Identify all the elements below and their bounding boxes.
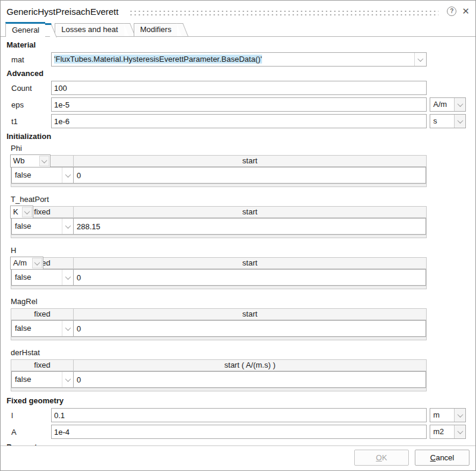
l-label: l	[7, 411, 51, 420]
tab-modifiers[interactable]: Modifiers	[134, 23, 178, 36]
derhstat-table-header: fixed start ( A/(m.s) )	[11, 360, 426, 371]
material-heading: Material	[7, 40, 469, 50]
phi-fixed-combobox[interactable]: false	[11, 167, 74, 184]
tab-losses-and-heat[interactable]: Losses and heat	[55, 23, 124, 36]
phi-group-label: Phi	[11, 144, 469, 153]
phi-unit-dropdown-arrow-icon[interactable]	[39, 156, 49, 166]
fixed-geometry-heading: Fixed geometry	[7, 396, 469, 406]
magrel-fixed-dropdown-arrow-icon[interactable]	[62, 321, 73, 336]
phi-init-table: fixed start Wb false	[11, 155, 427, 187]
phi-unit-value: Wb	[11, 155, 39, 167]
mat-combobox[interactable]: 'FluxTubes.Material.HysteresisEverettPar…	[51, 52, 427, 67]
derhstat-horizontal-scrollbar[interactable]	[11, 388, 426, 391]
eps-unit-value: A/m	[430, 98, 454, 111]
general-tab-content: Material mat 'FluxTubes.Material.Hystere…	[1, 37, 475, 445]
magrel-table-row: false	[11, 320, 426, 337]
h-fixed-combobox[interactable]: false	[11, 269, 74, 286]
phi-table-header: fixed start Wb	[11, 156, 426, 167]
t1-label: t1	[7, 117, 51, 126]
t1-unit-combobox[interactable]: s	[430, 114, 466, 128]
theatport-table-row: false	[11, 218, 426, 235]
eps-unit-dropdown-arrow-icon[interactable]	[454, 98, 465, 111]
theatport-fixed-combobox[interactable]: false	[11, 218, 74, 235]
l-input[interactable]	[51, 408, 427, 422]
h-start-input[interactable]	[74, 269, 426, 286]
tab-general-label: General	[12, 26, 39, 34]
h-init-table: fixed start A/m false	[11, 257, 427, 289]
tab-general[interactable]: General	[5, 22, 45, 37]
mat-dropdown-arrow-icon[interactable]	[414, 53, 426, 66]
count-row: Count	[7, 81, 469, 95]
count-input[interactable]	[51, 81, 427, 95]
eps-label: eps	[7, 100, 51, 109]
magrel-fixed-combobox[interactable]: false	[11, 320, 74, 337]
a-input[interactable]	[51, 425, 427, 439]
derhstat-init-table: fixed start ( A/(m.s) ) false	[11, 359, 427, 391]
drag-handle-dots-icon[interactable]	[129, 9, 439, 15]
help-icon[interactable]: ?	[447, 7, 456, 16]
derhstat-fixed-combobox[interactable]: false	[11, 371, 74, 388]
a-unit-value: m2	[430, 425, 454, 438]
phi-fixed-dropdown-arrow-icon[interactable]	[62, 167, 73, 183]
theatport-fixed-dropdown-arrow-icon[interactable]	[62, 219, 73, 234]
eps-unit-combobox[interactable]: A/m	[430, 97, 466, 112]
phi-start-input[interactable]	[74, 167, 426, 184]
a-row: A m2	[7, 425, 469, 439]
eps-row: eps A/m	[7, 97, 469, 112]
magrel-horizontal-scrollbar[interactable]	[11, 337, 426, 340]
a-unit-combobox[interactable]: m2	[430, 425, 466, 439]
l-unit-combobox[interactable]: m	[430, 408, 466, 422]
derhstat-start-column-header: start ( A/(m.s) )	[74, 360, 426, 371]
dialog-title: GenericHystPreisachEverett	[7, 7, 118, 17]
derhstat-fixed-dropdown-arrow-icon[interactable]	[62, 372, 73, 387]
t1-row: t1 s	[7, 114, 469, 128]
magrel-fixed-value: false	[12, 321, 62, 336]
h-horizontal-scrollbar[interactable]	[11, 286, 426, 289]
theatport-start-column-header: start	[74, 207, 426, 217]
eps-input[interactable]	[51, 97, 427, 112]
h-group-label: H	[11, 246, 469, 255]
l-unit-value: m	[430, 409, 454, 422]
theatport-group-label: T_heatPort	[11, 195, 469, 204]
button-bar: OK Cancel	[1, 445, 475, 470]
theatport-unit-value: K	[11, 206, 21, 218]
tab-losses-label: Losses and heat	[61, 25, 118, 34]
phi-unit-combobox[interactable]: Wb	[10, 154, 51, 167]
l-unit-dropdown-arrow-icon[interactable]	[454, 409, 465, 422]
magrel-start-input[interactable]	[74, 320, 426, 337]
theatport-start-input[interactable]	[74, 218, 426, 235]
magrel-init-table: fixed start false	[11, 308, 427, 340]
derhstat-fixed-column-header: fixed	[11, 360, 74, 371]
h-unit-combobox[interactable]: A/m	[10, 257, 43, 270]
advanced-heading: Advanced	[7, 69, 469, 78]
a-label: A	[7, 428, 51, 437]
h-unit-dropdown-arrow-icon[interactable]	[32, 258, 42, 268]
phi-table-row: false	[11, 167, 426, 184]
ok-button[interactable]: OK	[354, 450, 409, 466]
h-start-column-header: start	[74, 258, 426, 268]
theatport-table-header: fixed start K	[11, 207, 426, 218]
initialization-heading: Initialization	[7, 132, 469, 141]
magrel-group-label: MagRel	[11, 297, 469, 306]
theatport-unit-dropdown-arrow-icon[interactable]	[22, 207, 32, 217]
phi-horizontal-scrollbar[interactable]	[11, 184, 426, 186]
magrel-fixed-column-header: fixed	[11, 309, 74, 320]
a-unit-dropdown-arrow-icon[interactable]	[454, 425, 465, 438]
mat-label: mat	[7, 55, 51, 64]
magrel-start-column-header: start	[74, 309, 426, 320]
theatport-unit-combobox[interactable]: K	[10, 206, 33, 219]
magrel-table-header: fixed start	[11, 309, 426, 320]
derhstat-table-row: false	[11, 371, 426, 388]
t1-unit-dropdown-arrow-icon[interactable]	[454, 115, 465, 128]
h-fixed-value: false	[12, 270, 62, 285]
h-fixed-dropdown-arrow-icon[interactable]	[62, 270, 73, 285]
h-table-header: fixed start A/m	[11, 258, 426, 269]
theatport-horizontal-scrollbar[interactable]	[11, 235, 426, 238]
cancel-button[interactable]: Cancel	[415, 450, 469, 466]
h-table-row: false	[11, 269, 426, 286]
t1-input[interactable]	[51, 114, 427, 128]
derhstat-start-input[interactable]	[74, 371, 426, 388]
derhstat-group-label: derHstat	[11, 348, 469, 357]
close-icon[interactable]: ✕	[462, 7, 469, 16]
dialog-titlebar: GenericHystPreisachEverett ? ✕	[1, 1, 475, 22]
